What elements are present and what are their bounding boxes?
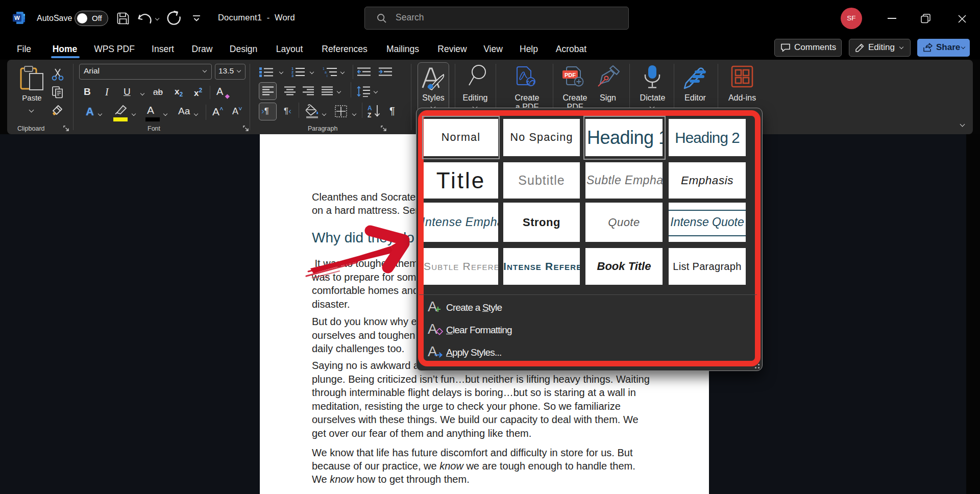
svg-text:3: 3 bbox=[291, 73, 293, 78]
svg-text:PDF: PDF bbox=[565, 72, 576, 78]
svg-text:a: a bbox=[325, 70, 327, 74]
svg-text:i: i bbox=[327, 74, 328, 78]
svg-text:1: 1 bbox=[323, 67, 325, 70]
svg-text:A: A bbox=[368, 105, 372, 112]
svg-text:Z: Z bbox=[368, 112, 371, 118]
svg-text:W: W bbox=[14, 15, 20, 21]
